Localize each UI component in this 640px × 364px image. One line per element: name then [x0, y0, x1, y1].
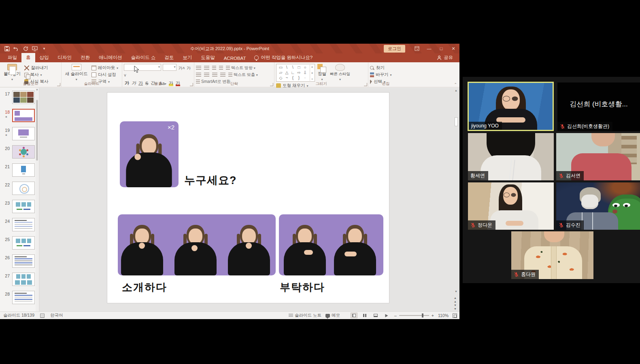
- replace-button[interactable]: 바꾸기▾: [370, 72, 392, 78]
- thumbnail-preview[interactable]: [12, 254, 35, 268]
- zoom-slider[interactable]: – +: [394, 313, 434, 318]
- text-direction-button[interactable]: 텍스트 방향▾: [226, 65, 255, 71]
- participant-video-tile-5[interactable]: 정다운: [468, 182, 554, 230]
- slide-thumbnail-17[interactable]: 17: [0, 91, 39, 106]
- shape-icon[interactable]: \: [284, 65, 290, 70]
- zoom-out-button[interactable]: –: [394, 313, 397, 318]
- align-right-icon[interactable]: [212, 73, 217, 77]
- thumbnail-scroll-thumb[interactable]: [36, 100, 38, 161]
- notes-toggle-button[interactable]: 슬라이드 노트: [289, 313, 321, 318]
- shape-icon[interactable]: }: [296, 75, 302, 80]
- tab-전환[interactable]: 전환: [76, 53, 94, 62]
- tell-me-box[interactable]: 어떤 작업을 원하시나요?: [250, 55, 317, 62]
- slide-thumbnail-28[interactable]: 28: [0, 291, 39, 306]
- participant-video-tile-6[interactable]: 김수진: [556, 182, 640, 230]
- label-request[interactable]: 부탁하다: [280, 280, 325, 294]
- slide-thumbnail-23[interactable]: 23: [0, 200, 39, 215]
- scroll-up-arrow[interactable]: ▲: [453, 89, 459, 92]
- slide-thumbnail-20[interactable]: 20: [0, 145, 39, 161]
- slide-thumbnail-18[interactable]: 18✶: [0, 109, 39, 124]
- font-name-combo[interactable]: [124, 64, 161, 71]
- shape-icon[interactable]: □: [296, 65, 302, 70]
- align-text-button[interactable]: 텍스트 맞춤▾: [228, 72, 258, 78]
- sign-image-single[interactable]: ×2: [120, 121, 179, 187]
- normal-view-button[interactable]: [351, 313, 357, 318]
- zoom-level[interactable]: 110%: [438, 313, 449, 318]
- new-slide-button[interactable]: 새 슬라이드▾: [63, 64, 89, 81]
- slide-thumbnail-26[interactable]: 26: [0, 254, 39, 270]
- sign-panel-request[interactable]: [279, 214, 383, 275]
- participant-video-tile-3[interactable]: 황세연: [468, 133, 554, 180]
- slide-thumbnail-19[interactable]: 19✶: [0, 127, 39, 142]
- find-button[interactable]: 찾기: [370, 65, 392, 71]
- drawing-dialog-launcher[interactable]: [364, 83, 367, 86]
- thumbnail-preview[interactable]: [12, 109, 35, 122]
- tab-디자인[interactable]: 디자인: [53, 53, 77, 62]
- participant-video-tile-4[interactable]: 김서연: [556, 133, 640, 180]
- ribbon-display-options-icon[interactable]: [411, 44, 423, 53]
- slide-thumbnail-27[interactable]: 27: [0, 273, 39, 288]
- paragraph-dialog-launcher[interactable]: [270, 83, 273, 86]
- slide-sorter-view-button[interactable]: [361, 313, 368, 318]
- shape-icon[interactable]: ~: [284, 75, 290, 80]
- prev-next-slide-buttons[interactable]: ▲▲▼▼: [453, 296, 458, 311]
- scroll-up-icon[interactable]: ▲: [36, 88, 38, 91]
- copy-button[interactable]: 복사▾: [24, 72, 48, 78]
- slide-thumbnail-22[interactable]: 22: [0, 182, 39, 197]
- label-introduce[interactable]: 소개하다: [122, 280, 167, 294]
- slideshow-view-button[interactable]: [383, 313, 390, 318]
- thumbnail-preview[interactable]: [12, 163, 35, 177]
- login-button[interactable]: 로그인: [384, 45, 405, 53]
- shape-icon[interactable]: ▱: [278, 70, 284, 75]
- save-icon[interactable]: [4, 46, 10, 51]
- font-dialog-launcher[interactable]: [190, 83, 193, 86]
- close-button[interactable]: ✕: [447, 44, 459, 53]
- tab-슬라이드 쇼[interactable]: 슬라이드 쇼: [127, 53, 160, 62]
- shape-icon[interactable]: ∟: [290, 70, 296, 75]
- font-size-combo[interactable]: [163, 64, 176, 71]
- spellcheck-icon[interactable]: [40, 313, 45, 318]
- decrease-indent-icon[interactable]: [212, 66, 216, 70]
- bullets-icon[interactable]: [196, 66, 201, 70]
- increase-indent-icon[interactable]: [219, 66, 223, 70]
- slide-scroll-thumb[interactable]: [455, 117, 458, 126]
- shape-icon[interactable]: ○: [302, 65, 308, 70]
- zoom-handle[interactable]: [422, 313, 423, 317]
- zoom-in-button[interactable]: +: [432, 313, 434, 318]
- grow-font-button[interactable]: 가˄: [179, 66, 185, 70]
- scroll-down-arrow[interactable]: ▼: [453, 290, 459, 293]
- sign-panel-introduce[interactable]: [118, 214, 276, 275]
- justify-icon[interactable]: [220, 73, 225, 77]
- clipboard-dialog-launcher[interactable]: [57, 83, 60, 86]
- minimize-button[interactable]: —: [423, 44, 435, 53]
- redo-icon[interactable]: [23, 46, 28, 51]
- tab-ACROBAT[interactable]: ACROBAT: [219, 54, 251, 62]
- slide-scrollbar[interactable]: ▲ ▼ ▲▲▼▼: [453, 88, 459, 311]
- thumbnail-preview[interactable]: [12, 218, 35, 231]
- align-left-icon[interactable]: [196, 73, 201, 77]
- thumbnail-preview[interactable]: [12, 127, 35, 140]
- shape-icon[interactable]: ·: [302, 75, 308, 80]
- shape-icon[interactable]: ⇩: [302, 70, 308, 75]
- language-indicator[interactable]: 한국어: [50, 313, 63, 318]
- participant-video-tile-7[interactable]: 홍다원: [511, 231, 593, 279]
- slide-thumbnail-21[interactable]: 21: [0, 163, 39, 179]
- tab-애니메이션[interactable]: 애니메이션: [94, 53, 127, 62]
- thumbnail-preview[interactable]: [12, 273, 35, 286]
- participant-video-tile-2[interactable]: 김선희 (비호생활... 김선희(비호생활관): [557, 83, 640, 131]
- thumbnail-preview[interactable]: [12, 200, 35, 213]
- tab-파일[interactable]: 파일: [3, 53, 21, 62]
- share-button[interactable]: 공유: [430, 55, 459, 62]
- layout-button[interactable]: 레이아웃▾: [91, 65, 118, 71]
- tab-검토[interactable]: 검토: [160, 53, 178, 62]
- slide-thumbnail-25[interactable]: 25: [0, 236, 39, 252]
- cut-button[interactable]: 잘라내기: [24, 65, 48, 71]
- shape-icon[interactable]: ⇨: [296, 70, 302, 75]
- reading-view-button[interactable]: [372, 313, 379, 318]
- slide-canvas[interactable]: ×2 누구세요?: [107, 92, 389, 303]
- tab-도움말[interactable]: 도움말: [196, 53, 219, 62]
- thumbnail-scrollbar[interactable]: ▲: [36, 88, 38, 311]
- tab-홈[interactable]: 홈: [21, 53, 35, 62]
- start-slideshow-icon[interactable]: [32, 46, 38, 51]
- quick-styles-button[interactable]: 빠른 스타일▾: [329, 64, 351, 81]
